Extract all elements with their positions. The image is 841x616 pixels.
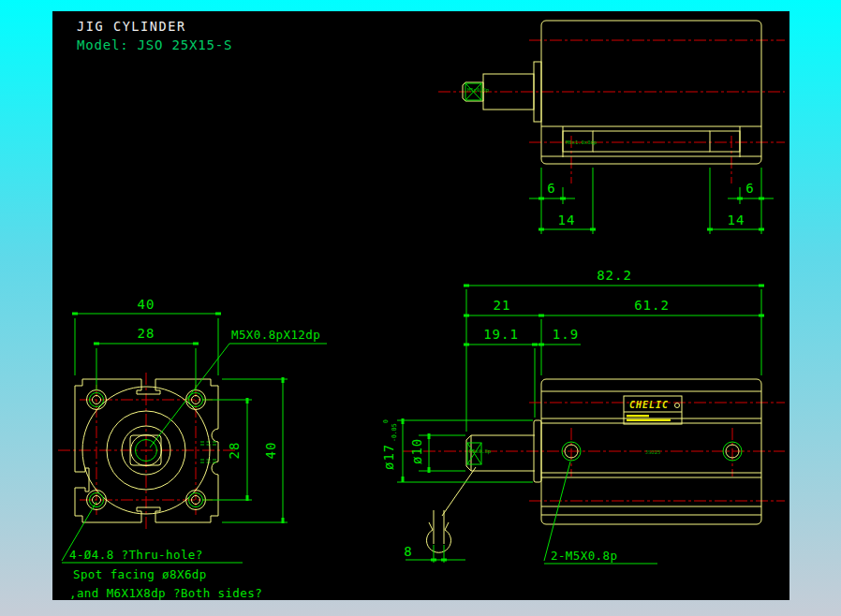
dim-rod-flat: 19.1 [483, 327, 519, 342]
dim-foot-offset-left: 6 [547, 181, 555, 196]
dim-outer-width: 40 [138, 297, 155, 312]
body-marking: JSO25 [645, 449, 661, 455]
dim-body-length: 61.2 [634, 298, 670, 313]
nameplate-text-bar [627, 419, 671, 422]
dim-rod-side: 21 [494, 298, 511, 313]
center-thread-label: M5X0.8pX12dp [231, 328, 320, 342]
dim-wrench-flats: 8 [404, 544, 412, 559]
drawing-title: JIG CYLINDER [77, 19, 186, 34]
dim-bolt-spacing-v: 28 [227, 442, 242, 460]
drawing-model: Model: JSO 25X15-S [77, 37, 232, 52]
dim-bolt-spacing-h: 28 [138, 326, 155, 341]
dim-rod-diameter: ø10 [409, 438, 424, 464]
brand-name: CHELIC [629, 400, 669, 410]
cad-drawing: JIG CYLINDER Model: JSO 25X15-S M5x0.8p … [0, 0, 841, 616]
ports-label: 2-M5X0.8p [551, 549, 617, 563]
rod-thread-label: M5x0.8p [467, 87, 489, 94]
both-sides-note: ,and M6X1X8dp ?Both sides? [69, 586, 262, 600]
dim-foot-width-left: 14 [558, 213, 576, 227]
dim-foot-offset-right: 6 [745, 181, 754, 196]
dim-outer-height: 40 [263, 442, 278, 460]
thru-hole-label: 4-Ø4.8 ?Thru-hole? [69, 548, 203, 562]
dim-total-length: 82.2 [597, 268, 632, 283]
rod-thread-label: M5x0.8p [469, 448, 491, 455]
mount-thread-label: M6x1.0x8dp [566, 139, 597, 146]
dim-collar-diameter: ø17 [381, 444, 396, 470]
collar-tolerance-lower: -0.05 [391, 423, 398, 442]
spot-facing-note: Spot facing ø8X6dp [73, 567, 207, 581]
dim-collar-width: 1.9 [553, 327, 579, 342]
nameplate-text-bar [627, 415, 649, 418]
collar-tolerance-upper: 0 [382, 419, 390, 423]
dim-foot-width-right: 14 [728, 213, 745, 227]
